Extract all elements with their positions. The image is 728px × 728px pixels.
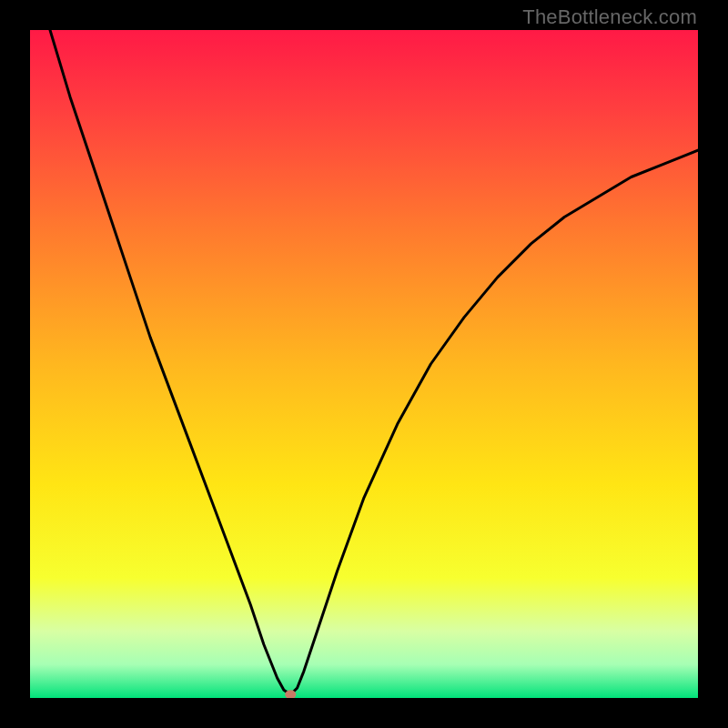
- chart-frame: TheBottleneck.com: [0, 0, 728, 728]
- chart-background: [30, 30, 698, 698]
- watermark-text: TheBottleneck.com: [522, 5, 697, 29]
- plot-area: [30, 30, 698, 698]
- chart-svg: [30, 30, 698, 698]
